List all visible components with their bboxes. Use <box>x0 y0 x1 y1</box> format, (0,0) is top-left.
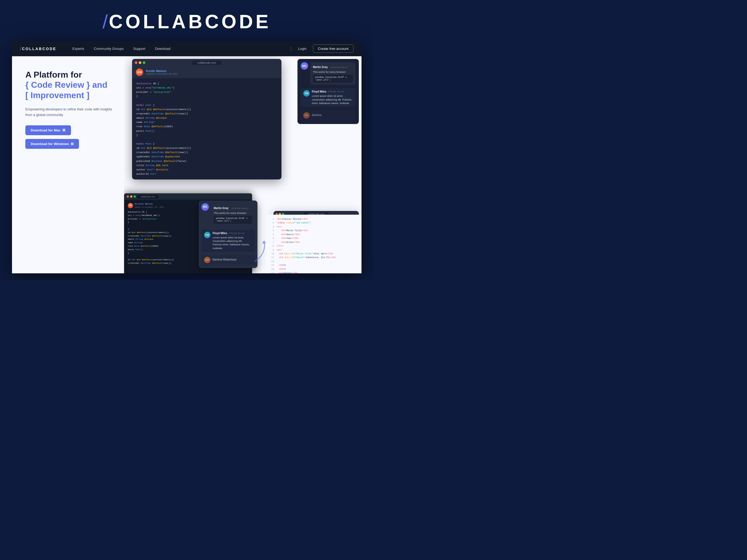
nav-links: Experts Community Groups Support Downloa… <box>72 47 290 51</box>
html-line: 8</tr> <box>269 244 361 248</box>
download-windows-button[interactable]: Download for Windows ⊞ <box>25 139 79 149</box>
chat2-darlene: DR Darlene Robertson <box>201 255 255 265</box>
code-line: id Int @id @default(autoincrement()) <box>136 146 277 151</box>
html-code-area: 1<h1>Classic Movies</h1> 2<table class="… <box>265 215 361 273</box>
chat2-darlene-content: Darlene Robertson <box>213 257 252 263</box>
code-line: url = env("DATABASE_URL") <box>136 86 277 90</box>
chat-message-martin: MG Martin Gray 10:25 PM, Nov 10 This wor… <box>301 62 356 85</box>
code-body: datasource db { url = env("DATABASE_URL"… <box>132 78 281 180</box>
chat-message-darlene: DR Darlene <box>301 110 356 121</box>
martin-bubble: Martin Gray 10:25 PM, Nov 10 This works … <box>310 62 356 85</box>
code-line: author User? @relatio <box>136 168 277 172</box>
code-line: authorId Int? <box>136 172 277 176</box>
chat2-martin-time: 10:25 PM, Nov 10 <box>231 207 248 210</box>
main-content: A Platform for { Code Review } and [ Imp… <box>12 56 361 273</box>
chat2-floyd-text: Lorem ipsum dolor sit amet, consectetur … <box>213 236 252 250</box>
chat2-martin-text: This works for every browser: <box>214 211 252 215</box>
floyd-name: Floyd Miles <box>312 90 326 93</box>
code-line: email String @unique <box>136 116 277 120</box>
html-line: 4<th>Movie Title</th> <box>269 229 361 233</box>
right-panel: collabcode.com KW Kristin Watson Added o… <box>124 56 361 273</box>
nav-link-download[interactable]: Download <box>155 47 171 51</box>
close-icon[interactable] <box>135 61 137 64</box>
chat2-floyd-time: 9:45 AM, Nov 09 <box>229 232 244 234</box>
b2-avatar: KW <box>128 203 133 208</box>
user-info: Kristin Watson Added on November 08, 202… <box>146 69 178 75</box>
create-account-button[interactable]: Create free account <box>313 45 354 53</box>
windows-icon: ⊞ <box>71 142 74 146</box>
floyd-avatar: FM <box>303 90 310 97</box>
nav-link-experts[interactable]: Experts <box>72 47 84 51</box>
floyd-time: 9:45 AM, Nov 09 <box>328 90 344 93</box>
martin-text: This works for every browser: <box>313 70 353 74</box>
nav-divider: | <box>290 46 291 51</box>
download-buttons: Download for Mac ⌘ Download for Windows … <box>25 125 113 149</box>
html-line: 12 <box>269 260 361 264</box>
html-line: 2<table class="rwd-table"> <box>269 221 361 225</box>
chat2-martin: MG Martin Gray 10:25 PM, Nov 10 This wor… <box>201 203 255 226</box>
b2-user-date: Added on November 08, 2021 <box>135 206 164 209</box>
html-line: 11<td data-th="Genre">Adventure, Sci-fi<… <box>269 256 361 260</box>
code-line: model User { <box>136 103 277 107</box>
code-window: collabcode.com KW Kristin Watson Added o… <box>132 59 281 180</box>
martin-name: Martin Gray <box>313 65 328 69</box>
user-avatar: KW <box>136 69 143 76</box>
chat-message-floyd: FM Floyd Miles 9:45 AM, Nov 09 Lorem ips… <box>301 88 356 107</box>
user-name: Kristin Watson <box>146 69 178 73</box>
nav-link-support[interactable]: Support <box>133 47 146 51</box>
code-line: } <box>136 133 277 138</box>
html-line: 13<th>G <box>269 264 361 267</box>
b2-user-info: Kristin Watson Added on November 08, 202… <box>135 203 164 209</box>
chat2-martin-bubble: Martin Gray 10:25 PM, Nov 10 This works … <box>211 203 255 226</box>
chat2-darlene-avatar: DR <box>204 257 210 263</box>
brand-slash-icon: / <box>102 12 108 31</box>
b2-close <box>127 195 129 197</box>
maximize-icon[interactable] <box>143 61 146 64</box>
martin-time: 10:25 PM, Nov 10 <box>331 66 347 69</box>
code-line: published Boolean @default(false) <box>136 159 277 163</box>
code-line: provider = "postgresql" <box>136 90 277 95</box>
code-line: model Post { <box>136 142 277 146</box>
chat2-martin-avatar: MG <box>201 203 209 211</box>
chat2-darlene-name: Darlene Robertson <box>213 258 236 261</box>
chat2-floyd-content: Floyd Miles 9:45 AM, Nov 09 Lorem ipsum … <box>213 232 252 250</box>
html-line: 9<tr> <box>269 248 361 252</box>
code-line: updatedAt DateTime @updatedAt <box>136 155 277 159</box>
hero-subtitle: Empowering developers to refine their co… <box>25 107 113 118</box>
nav-logo[interactable]: / COLLABCODE <box>20 46 56 52</box>
html-line: 5<th>Genre</th> <box>269 233 361 237</box>
url-bar: collabcode.com <box>192 61 221 65</box>
code-line: title String @db.VarC <box>136 163 277 168</box>
chat2-martin-name: Martin Gray <box>214 207 229 210</box>
nav-login-link[interactable]: Login <box>298 47 307 51</box>
martin-code: window.location.href = 'your_url'; <box>313 75 353 83</box>
code-line: createdAt DateTime @default(now()) <box>136 151 277 155</box>
download-mac-button[interactable]: Download for Mac ⌘ <box>25 125 71 135</box>
chat-panel: MG Martin Gray 10:25 PM, Nov 10 This wor… <box>298 59 359 124</box>
chat2-floyd-avatar: FM <box>204 232 210 238</box>
b2-max <box>134 195 136 197</box>
code-line: role Role @default(USER) <box>136 125 277 129</box>
hero-improvement: [ Improvement ] <box>25 90 89 100</box>
html-line: 7<th>Gross</th> <box>269 241 361 244</box>
chat2-martin-code: window.location.href = 'your_url'; <box>214 216 252 224</box>
code-line: name String? <box>136 120 277 125</box>
nav-right: | Login Create free account <box>290 45 354 53</box>
nav-slash-icon: / <box>20 46 22 52</box>
code-line: id Int @id @default(autoincrement()) <box>136 107 277 112</box>
chat-overlay-2: MG Martin Gray 10:25 PM, Nov 10 This wor… <box>199 201 257 268</box>
floyd-content: Floyd Miles 9:45 AM, Nov 09 Lorem ipsum … <box>312 90 353 105</box>
big-header: / COLLABCODE <box>0 0 374 41</box>
code-line: posts Post[] <box>136 129 277 133</box>
b2-min <box>130 195 132 197</box>
minimize-icon[interactable] <box>139 61 141 64</box>
brand-logo: / COLLABCODE <box>102 11 271 32</box>
hero-title-line1: A Platform for <box>25 70 82 79</box>
traffic-lights <box>135 61 146 64</box>
nav-link-community[interactable]: Community Groups <box>94 47 124 51</box>
html-line: 6<th>Year</th> <box>269 237 361 240</box>
code-line: createdAt DateTime @default(now()) <box>136 112 277 116</box>
html-line: 3<tr> <box>269 225 361 229</box>
browser-2-bar: collabcode.com <box>124 193 252 200</box>
chat2-floyd: FM Floyd Miles 9:45 AM, Nov 09 Lorem ips… <box>201 230 255 252</box>
